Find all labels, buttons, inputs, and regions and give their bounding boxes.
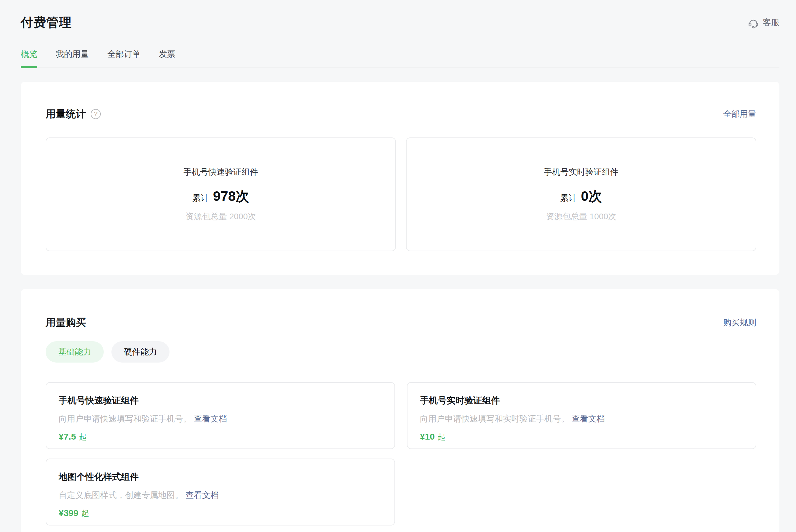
- stat-package-value: 2000次: [229, 212, 256, 221]
- title-row: 付费管理 客服: [21, 0, 779, 31]
- product-description: 向用户申请快速填写和实时验证手机号。: [420, 414, 569, 423]
- tab-all-orders[interactable]: 全部订单: [107, 49, 141, 68]
- product-card-quick-verify: 手机号快速验证组件 向用户申请快速填写和验证手机号。查看文档 ¥7.5 起: [45, 382, 395, 449]
- tab-bar: 概览 我的用量 全部订单 发票: [21, 49, 779, 68]
- stat-total-value: 0次: [581, 187, 602, 206]
- payment-management-page: 付费管理 客服 概览 我的用量 全部订单 发票: [0, 0, 796, 532]
- product-price: ¥10: [420, 432, 435, 442]
- stat-package-label: 资源包总量: [546, 212, 587, 221]
- support-button[interactable]: 客服: [747, 17, 779, 28]
- headset-icon: [747, 17, 759, 28]
- stat-card-quick-verify: 手机号快速验证组件 累计 978次 资源包总量 2000次: [45, 137, 396, 251]
- tab-overview[interactable]: 概览: [21, 49, 37, 68]
- capability-filter-bar: 基础能力 硬件能力: [45, 341, 756, 363]
- page-title: 付费管理: [21, 14, 72, 31]
- product-price: ¥399: [59, 508, 78, 518]
- view-docs-link[interactable]: 查看文档: [186, 491, 219, 500]
- stat-card-name: 手机号快速验证组件: [183, 167, 258, 178]
- usage-stats-panel: 用量统计 ? 全部用量 手机号快速验证组件 累计 978次 资源包总量 2000…: [21, 82, 779, 275]
- product-price-row: ¥7.5 起: [59, 432, 382, 442]
- product-description-row: 向用户申请快速填写和验证手机号。查看文档: [59, 413, 382, 424]
- product-description: 向用户申请快速填写和验证手机号。: [59, 414, 191, 423]
- stat-total-label: 累计: [192, 192, 209, 204]
- stat-package-info: 资源包总量 1000次: [546, 211, 616, 222]
- product-description-row: 向用户申请快速填写和实时验证手机号。查看文档: [420, 413, 743, 424]
- price-suffix: 起: [81, 508, 89, 519]
- stat-package-value: 1000次: [590, 212, 616, 221]
- usage-purchase-head: 用量购买 购买规则: [45, 316, 756, 329]
- question-circle-icon[interactable]: ?: [91, 109, 101, 119]
- product-card-map-style: 地图个性化样式组件 自定义底图样式，创建专属地图。查看文档 ¥399 起: [45, 458, 395, 526]
- view-docs-link[interactable]: 查看文档: [194, 414, 227, 423]
- view-docs-link[interactable]: 查看文档: [572, 414, 605, 423]
- usage-purchase-panel: 用量购买 购买规则 基础能力 硬件能力 手机号快速验证组件 向用户申请快速填写和…: [21, 289, 779, 532]
- capability-filter-hardware[interactable]: 硬件能力: [111, 341, 169, 363]
- support-label: 客服: [763, 17, 779, 28]
- purchase-title: 用量购买: [45, 316, 86, 329]
- all-usage-link[interactable]: 全部用量: [723, 109, 756, 120]
- stat-total-label: 累计: [560, 192, 577, 204]
- product-price-row: ¥10 起: [420, 432, 743, 442]
- stat-package-info: 资源包总量 2000次: [186, 211, 256, 222]
- product-name: 地图个性化样式组件: [59, 471, 382, 483]
- stat-package-label: 资源包总量: [186, 212, 227, 221]
- stat-total-row: 累计 0次: [560, 187, 602, 206]
- purchase-rules-link[interactable]: 购买规则: [723, 317, 756, 328]
- price-suffix: 起: [438, 432, 445, 442]
- product-card-grid: 手机号快速验证组件 向用户申请快速填写和验证手机号。查看文档 ¥7.5 起 手机…: [45, 382, 756, 526]
- page-header: 付费管理 客服 概览 我的用量 全部订单 发票: [21, 0, 779, 68]
- price-suffix: 起: [79, 432, 87, 442]
- usage-stats-head: 用量统计 ? 全部用量: [45, 107, 756, 121]
- product-name: 手机号快速验证组件: [59, 395, 382, 407]
- stat-card-name: 手机号实时验证组件: [544, 167, 618, 178]
- stat-card-realtime-verify: 手机号实时验证组件 累计 0次 资源包总量 1000次: [406, 137, 756, 251]
- product-description: 自定义底图样式，创建专属地图。: [59, 491, 183, 500]
- product-price-row: ¥399 起: [59, 508, 382, 519]
- product-price: ¥7.5: [59, 432, 76, 442]
- stat-card-grid: 手机号快速验证组件 累计 978次 资源包总量 2000次 手机号实时验证组件 …: [45, 137, 756, 251]
- product-card-realtime-verify: 手机号实时验证组件 向用户申请快速填写和实时验证手机号。查看文档 ¥10 起: [407, 382, 756, 449]
- tab-invoice[interactable]: 发票: [159, 49, 175, 68]
- tab-my-usage[interactable]: 我的用量: [56, 49, 89, 68]
- stat-total-row: 累计 978次: [192, 187, 249, 206]
- product-description-row: 自定义底图样式，创建专属地图。查看文档: [59, 490, 382, 501]
- stat-total-value: 978次: [213, 187, 249, 206]
- product-name: 手机号实时验证组件: [420, 395, 743, 407]
- usage-stats-title: 用量统计: [45, 107, 86, 121]
- capability-filter-basic[interactable]: 基础能力: [45, 341, 104, 363]
